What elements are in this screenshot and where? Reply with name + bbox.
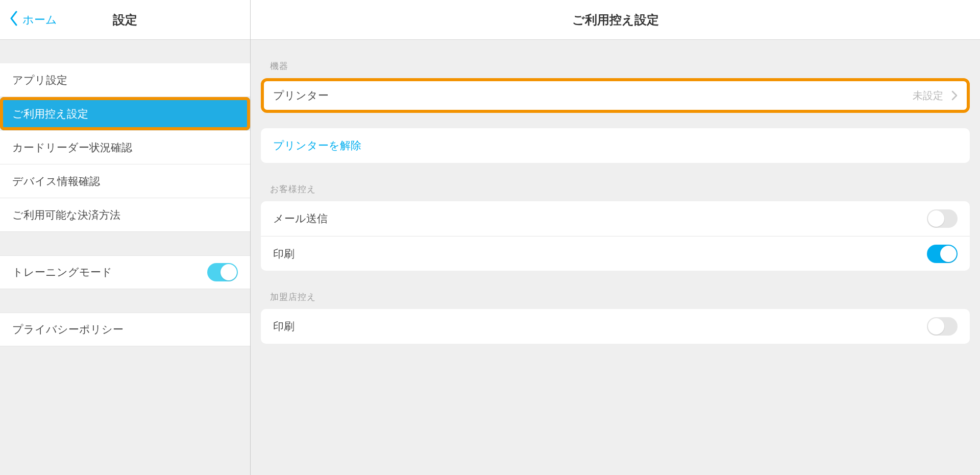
- chevron-left-icon: [9, 11, 22, 29]
- sidebar-item-payment-methods[interactable]: ご利用可能な決済方法: [0, 198, 250, 232]
- release-printer-label: プリンターを解除: [273, 138, 361, 153]
- sidebar-item-privacy-policy[interactable]: プライバシーポリシー: [0, 313, 250, 346]
- back-button[interactable]: ホーム: [0, 11, 57, 29]
- mail-send-toggle[interactable]: [927, 209, 958, 228]
- sidebar-header: ホーム 設定: [0, 0, 250, 40]
- detail-panel: ご利用控え設定 機器 プリンター 未設定 プリンターを解除: [251, 0, 980, 475]
- merchant-print-label: 印刷: [273, 319, 295, 334]
- customer-print-toggle[interactable]: [927, 245, 958, 263]
- sidebar-item-label: ご利用控え設定: [12, 107, 88, 121]
- section-label-merchant: 加盟店控え: [261, 271, 970, 309]
- sidebar-item-label: デバイス情報確認: [12, 174, 100, 188]
- customer-print-row: 印刷: [261, 236, 970, 271]
- merchant-print-toggle[interactable]: [927, 317, 958, 336]
- training-mode-label: トレーニングモード: [12, 265, 112, 279]
- sidebar: ホーム 設定 アプリ設定 ご利用控え設定 カードリーダー状況確認 デバイス情報確…: [0, 0, 251, 475]
- sidebar-item-label: カードリーダー状況確認: [12, 140, 132, 155]
- sidebar-item-app-settings[interactable]: アプリ設定: [0, 63, 250, 97]
- back-label: ホーム: [22, 12, 57, 28]
- chevron-right-icon: [951, 90, 958, 101]
- printer-value: 未設定: [913, 89, 943, 103]
- sidebar-item-card-reader-status[interactable]: カードリーダー状況確認: [0, 131, 250, 164]
- sidebar-item-label: プライバシーポリシー: [12, 322, 124, 337]
- section-label-device: 機器: [261, 40, 970, 78]
- sidebar-item-label: ご利用可能な決済方法: [12, 208, 120, 222]
- sidebar-item-device-info[interactable]: デバイス情報確認: [0, 164, 250, 198]
- merchant-print-row: 印刷: [261, 309, 970, 344]
- mail-send-row: メール送信: [261, 201, 970, 236]
- sidebar-item-label: アプリ設定: [12, 73, 67, 87]
- training-mode-toggle[interactable]: [207, 263, 238, 281]
- detail-title: ご利用控え設定: [251, 0, 980, 40]
- printer-row[interactable]: プリンター 未設定: [261, 78, 970, 113]
- printer-label: プリンター: [273, 88, 329, 103]
- section-label-customer: お客様控え: [261, 163, 970, 201]
- release-printer-button[interactable]: プリンターを解除: [261, 128, 970, 163]
- customer-print-label: 印刷: [273, 247, 295, 261]
- mail-send-label: メール送信: [273, 211, 328, 226]
- training-mode-row: トレーニングモード: [0, 255, 250, 289]
- sidebar-item-receipt-settings[interactable]: ご利用控え設定: [0, 97, 250, 131]
